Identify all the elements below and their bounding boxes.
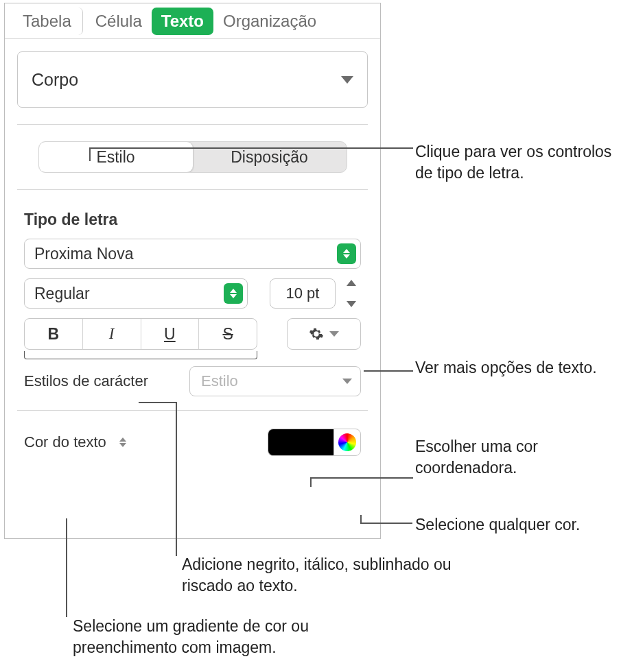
character-style-select[interactable]: Estilo — [189, 366, 361, 396]
inspector-tabs: Tabela Célula Texto Organização — [5, 3, 380, 39]
callout-line — [360, 515, 362, 523]
format-inspector-panel: Tabela Célula Texto Organização Corpo Es… — [4, 3, 381, 539]
tab-organization[interactable]: Organização — [213, 8, 326, 35]
callout-line — [360, 523, 412, 524]
paragraph-style-value: Corpo — [32, 70, 78, 90]
color-swatch-button[interactable] — [268, 429, 333, 456]
text-color-label: Cor do texto — [24, 433, 106, 451]
callout-line — [66, 518, 67, 617]
font-family-value: Proxima Nova — [34, 245, 133, 263]
tab-table[interactable]: Tabela — [13, 8, 83, 35]
font-family-select[interactable]: Proxima Nova — [24, 239, 361, 269]
bracket-decoration — [24, 351, 257, 359]
font-section-label: Tipo de letra — [24, 211, 380, 229]
chevron-down-icon — [329, 331, 339, 337]
callout-line — [176, 402, 177, 556]
callout-bius: Adicione negrito, itálico, sublinhado ou… — [182, 554, 456, 597]
font-size-value: 10 pt — [285, 285, 319, 302]
callout-gear: Ver mais opções de texto. — [415, 357, 621, 379]
bold-button[interactable]: B — [25, 319, 83, 349]
callout-swatch: Escolher uma cor coordenadora. — [415, 436, 621, 479]
style-layout-segmented: Estilo Disposição — [38, 141, 347, 173]
character-style-placeholder: Estilo — [201, 372, 238, 390]
tab-text[interactable]: Texto — [152, 8, 213, 35]
text-style-group: B I U S — [24, 318, 257, 350]
divider — [17, 189, 368, 190]
callout-line — [89, 147, 91, 161]
chevron-down-icon — [341, 76, 353, 84]
gear-icon — [309, 326, 324, 341]
tab-cell[interactable]: Célula — [86, 8, 152, 35]
updown-icon — [337, 243, 356, 264]
segment-layout[interactable]: Disposição — [193, 142, 347, 172]
updown-icon — [113, 432, 132, 453]
color-controls — [268, 429, 361, 456]
segment-style[interactable]: Estilo — [38, 141, 194, 173]
callout-wheel: Selecione qualquer cor. — [415, 514, 632, 536]
callout-color-label: Selecione um gradiente de cor ou preench… — [73, 616, 382, 658]
stepper-up-icon[interactable] — [347, 280, 356, 286]
italic-button[interactable]: I — [83, 319, 141, 349]
callout-line — [310, 477, 312, 487]
text-color-popup[interactable]: Cor do texto — [24, 432, 132, 453]
strikethrough-button[interactable]: S — [199, 319, 257, 349]
callout-line — [89, 147, 413, 149]
font-weight-select[interactable]: Regular — [24, 278, 248, 309]
divider — [17, 124, 368, 125]
callout-line — [364, 370, 413, 372]
callout-line — [139, 402, 176, 403]
paragraph-style-select[interactable]: Corpo — [17, 51, 368, 108]
color-wheel-button[interactable] — [333, 429, 361, 456]
callout-line — [310, 477, 413, 479]
updown-icon — [224, 283, 243, 304]
callout-style-tab: Clique para ver os controlos de tipo de … — [415, 141, 621, 184]
stepper-down-icon[interactable] — [347, 301, 356, 307]
advanced-options-button[interactable] — [287, 318, 361, 350]
character-styles-label: Estilos de carácter — [24, 372, 148, 390]
font-weight-value: Regular — [34, 285, 90, 303]
divider — [17, 410, 368, 411]
font-size-stepper — [347, 278, 361, 309]
font-size-field[interactable]: 10 pt — [270, 278, 336, 309]
underline-button[interactable]: U — [141, 319, 200, 349]
color-wheel-icon — [338, 433, 356, 451]
chevron-down-icon — [342, 379, 352, 384]
